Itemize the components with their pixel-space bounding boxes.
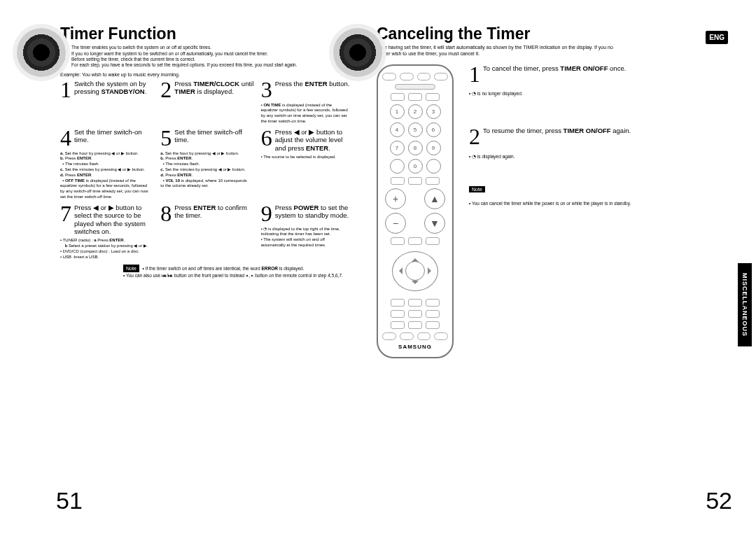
step-4-notes: a. Set the hour by pressing ◀ or ▶ butto…	[60, 151, 153, 200]
step-9-text: Press POWER to set the system to standby…	[275, 204, 354, 220]
step-5-text: Set the timer switch-off time.	[174, 128, 253, 144]
bnote-line-0: • If the timer switch on and off times a…	[143, 266, 304, 271]
step-3-notes: • ON TIME is displayed (instead of the e…	[261, 103, 354, 125]
rstep-1-text: To cancel the timer, press TIMER ON/OFF …	[483, 64, 626, 72]
step-9-notes: • ◔ is displayed to the top right of the…	[261, 227, 354, 248]
step-5-notes: a. Set the hour by pressing ◀ or ▶ butto…	[160, 151, 253, 190]
speaker-icon	[17, 28, 66, 77]
dpad	[392, 251, 438, 291]
step-8-text: Press ENTER to confirm the timer.	[174, 204, 253, 220]
timer-function-title: Timer Function	[60, 25, 354, 42]
rstep-2-text: To resume the timer, press TIMER ON/OFF …	[483, 127, 631, 134]
page-number-left: 51	[56, 487, 83, 514]
step-7-notes: • TUNER (radio) : a Press ENTER. b Selec…	[60, 238, 153, 260]
step-3-text: Press the ENTER button.	[275, 80, 350, 87]
step-6-notes: • The source to be selected is displayed…	[261, 155, 354, 160]
step-6-text: Press ◀ or ▶ button to adjust the volume…	[275, 128, 354, 152]
step-1-text: Switch the system on by pressing STANDBY…	[74, 80, 153, 96]
cancel-timer-title: Canceling the Timer	[377, 25, 728, 42]
page-right: ENG Canceling the Timer After having set…	[377, 25, 728, 520]
step-7-text: Press ◀ or ▶ button to select the source…	[74, 204, 153, 236]
bottom-note-block: Note • If the timer switch on and off ti…	[123, 265, 354, 279]
right-note-line: • You can cancel the timer while the pow…	[469, 201, 728, 206]
remote-illustration: 123 456 789 0 +▲ −▼ SAMSUNG	[377, 64, 454, 358]
example-line: Example: You wish to wake up to music ev…	[60, 72, 354, 77]
step-2-text: Press TIMER/CLOCK until TIMER is display…	[174, 80, 253, 96]
lang-badge: ENG	[706, 31, 728, 44]
page-number-right: 52	[706, 487, 732, 514]
intro-block: The timer enables you to switch the syst…	[64, 45, 354, 69]
page-left: Timer Function The timer enables you to …	[60, 25, 354, 520]
step-4-text: Set the timer switch-on time.	[74, 128, 153, 144]
rstep-2-notes: • ◔ is displayed again.	[469, 154, 728, 160]
cancel-intro: After having set the timer, it will star…	[377, 45, 615, 57]
bnote-line-1: • You can also use ⏮/⏭ button on the fro…	[123, 273, 343, 278]
misc-tab: MISCELLANEOUS	[738, 263, 752, 346]
brand-logo: SAMSUNG	[398, 344, 432, 350]
steps-grid: 1 Switch the system on by pressing STAND…	[60, 80, 354, 260]
rstep-1-notes: • ◔ is no longer displayed.	[469, 91, 728, 97]
speaker-icon	[333, 28, 382, 77]
